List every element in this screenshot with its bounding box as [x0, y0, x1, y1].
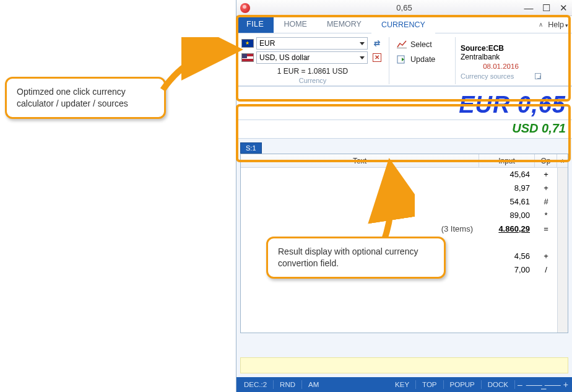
tape-row[interactable]: 54,61#: [241, 195, 557, 209]
currency-to-combo[interactable]: USD, US dollar: [256, 51, 368, 64]
tape-tab[interactable]: S:1: [240, 142, 262, 154]
display-converted: USD 0,71: [236, 120, 572, 139]
group-currency-label: Currency: [241, 76, 384, 84]
exchange-rate-text: 1 EUR = 1.0861 USD: [241, 67, 384, 76]
callout-display: Result display with optional currency co…: [266, 237, 446, 279]
status-key[interactable]: KEY: [391, 381, 413, 388]
separator: [455, 37, 456, 84]
tape-row[interactable]: 8,97+: [241, 181, 557, 195]
update-label: Update: [410, 55, 435, 64]
currency-from-value: EUR: [259, 39, 275, 48]
delete-x-icon: ✕: [373, 53, 381, 62]
tab-home[interactable]: HOME: [274, 16, 317, 33]
status-dec[interactable]: DEC.:2: [240, 381, 271, 388]
currency-from-combo[interactable]: EUR: [256, 37, 368, 50]
cell-text: [241, 168, 479, 181]
cell-text: [241, 195, 479, 209]
select-label: Select: [410, 40, 432, 49]
currency-to-value: USD, US dollar: [259, 53, 310, 62]
statusbar: DEC.:2 RND AM KEY TOP POPUP DOCK – ——⎯——…: [236, 377, 572, 392]
chevron-down-icon: [360, 56, 365, 59]
status-popup[interactable]: POPUP: [446, 381, 479, 388]
cell-op: +: [535, 168, 557, 181]
status-am[interactable]: AM: [305, 381, 323, 388]
window-title: 0,65: [396, 3, 412, 12]
app-icon: [240, 3, 250, 13]
cell-op: /: [535, 263, 557, 277]
zoom-controls[interactable]: – ——⎯—— +: [518, 380, 568, 390]
cell-op: +: [535, 181, 557, 195]
ribbon-body: EUR USD, US dollar ✕ 1 EUR = 1.0861 USD …: [236, 33, 572, 86]
group-actions: Select Update: [394, 37, 450, 84]
titlebar: 0,65 — ☐ ✕: [236, 0, 572, 16]
status-top[interactable]: TOP: [418, 381, 440, 388]
cell-input: 4,56: [479, 250, 535, 263]
zoom-slider[interactable]: ——⎯——: [526, 380, 560, 390]
chart-select-icon: [397, 40, 407, 50]
input-strip[interactable]: [240, 357, 568, 373]
col-text[interactable]: Text: [241, 154, 479, 167]
group-sources-label: Currency sources: [461, 72, 514, 80]
tab-currency[interactable]: CURRENCY: [371, 17, 435, 33]
dialog-launcher-icon[interactable]: [535, 73, 541, 79]
separator: [389, 37, 389, 84]
tab-memory[interactable]: MEMORY: [317, 16, 371, 33]
window-controls: — ☐ ✕: [520, 2, 572, 14]
select-button[interactable]: Select: [394, 37, 450, 52]
cell-input: 89,00: [479, 209, 535, 222]
status-rnd[interactable]: RND: [276, 381, 299, 388]
help-menu[interactable]: Help▾: [548, 20, 568, 29]
cell-input: 4.860,29: [479, 222, 535, 236]
close-button[interactable]: ✕: [555, 2, 572, 14]
svg-rect-0: [397, 48, 407, 48]
update-icon: [397, 54, 407, 64]
cell-text: [241, 209, 479, 222]
zoom-in-icon[interactable]: +: [563, 380, 568, 390]
callout-ribbon: Optimzed one click currency calculator /…: [5, 77, 166, 119]
scroll-up-icon[interactable]: ∧: [557, 154, 568, 167]
maximize-button[interactable]: ☐: [537, 2, 555, 14]
tape-row[interactable]: 89,00*: [241, 209, 557, 222]
cell-op: +: [535, 250, 557, 263]
tab-file[interactable]: FILE: [236, 16, 274, 33]
display-main: EUR 0,65: [236, 87, 572, 120]
update-button[interactable]: Update: [394, 52, 450, 67]
status-dock[interactable]: DOCK: [484, 381, 512, 388]
cell-text: (3 Items): [241, 222, 479, 236]
group-currency: EUR USD, US dollar ✕ 1 EUR = 1.0861 USD …: [241, 37, 384, 84]
flag-us-icon: [241, 53, 254, 62]
source-name-line2: Zentralbank: [461, 53, 541, 61]
source-date: 08.01.2016: [461, 63, 541, 70]
minimize-button[interactable]: —: [520, 2, 537, 14]
display-area: EUR 0,65 USD 0,71: [236, 86, 572, 139]
cell-input: [479, 236, 535, 250]
col-input[interactable]: Input: [479, 154, 535, 167]
cell-input: 45,64: [479, 168, 535, 181]
flag-eu-icon: [241, 39, 254, 48]
swap-currencies-button[interactable]: [370, 37, 384, 50]
tape-row[interactable]: (3 Items)4.860,29=: [241, 222, 557, 236]
cell-op: [535, 236, 557, 250]
group-sources: Source:ECB Zentralbank 08.01.2016 Curren…: [461, 37, 541, 84]
tape-header: Text Input Op ∧: [241, 154, 568, 168]
zoom-out-icon[interactable]: –: [518, 380, 522, 390]
tape-row[interactable]: 45,64+: [241, 168, 557, 181]
ribbon-tabs: FILE HOME MEMORY CURRENCY ∧ Help▾: [236, 16, 572, 33]
scrollbar[interactable]: [557, 168, 568, 333]
cell-input: 7,00: [479, 263, 535, 277]
cell-op: #: [535, 195, 557, 209]
cell-op: =: [535, 222, 557, 236]
cell-op: *: [535, 209, 557, 222]
collapse-ribbon-icon[interactable]: ∧: [539, 21, 543, 28]
chevron-down-icon: [360, 42, 365, 45]
col-op[interactable]: Op: [535, 154, 557, 167]
source-label: Source:ECB: [461, 44, 541, 53]
cell-input: 54,61: [479, 195, 535, 209]
cell-text: [241, 181, 479, 195]
cell-input: 8,97: [479, 181, 535, 195]
calculator-window: 0,65 — ☐ ✕ FILE HOME MEMORY CURRENCY ∧ H…: [236, 0, 572, 392]
remove-currency-button[interactable]: ✕: [370, 51, 384, 64]
